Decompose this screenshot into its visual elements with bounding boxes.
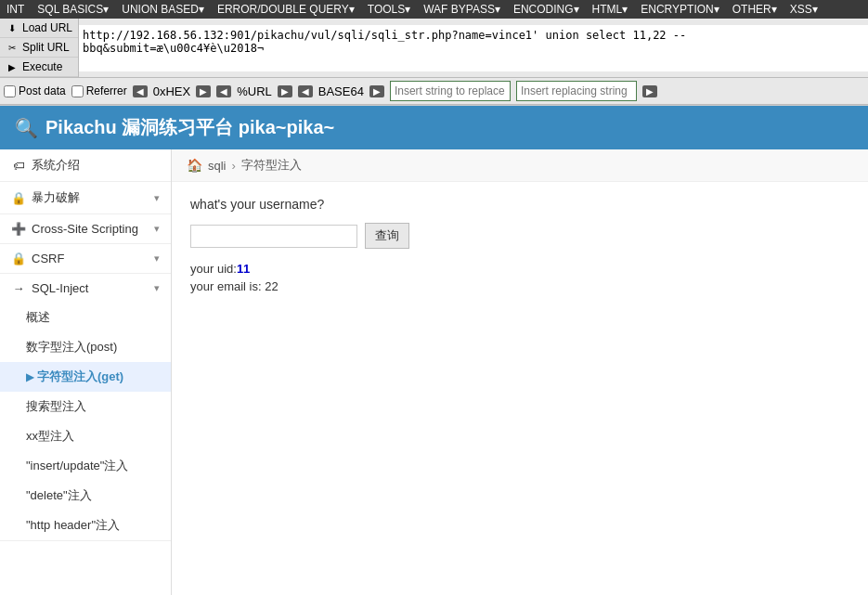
url-left-arrow[interactable]: ◀ [216,85,231,97]
sidebar-label-bruteforce: 暴力破解 [32,189,80,206]
sidebar-sub-insert-update[interactable]: "insert/update"注入 [0,451,171,481]
email-label: your email is: [190,279,265,293]
post-data-label: Post data [19,84,66,97]
main-content: 🏷 系统介绍 🔒 暴力破解 ▾ ➕ Cross-Site Scripting ▾… [0,149,868,595]
split-url-button[interactable]: ✂ Split URL [0,38,78,58]
intro-icon: 🏷 [11,159,26,173]
sidebar-item-bruteforce[interactable]: 🔒 暴力破解 ▾ [0,182,171,213]
hex-left-arrow[interactable]: ◀ [133,85,148,97]
replace-arrow[interactable]: ▶ [642,85,657,97]
nav-tools[interactable]: TOOLS▾ [365,2,413,17]
app-header: 🔍 Pikachu 漏洞练习平台 pika~pika~ [0,106,868,149]
xss-chevron: ▾ [154,223,160,235]
execute-label: Execute [22,60,62,73]
overview-label: 概述 [26,309,50,326]
sidebar-label-xss: Cross-Site Scripting [32,222,138,236]
insert-replacing-string[interactable] [516,81,637,101]
url-input-area: http://192.168.56.132:901/pikachu/vul/sq… [79,19,868,77]
breadcrumb: 🏠 sqli › 字符型注入 [172,149,868,182]
nav-xss[interactable]: XSS▾ [787,2,821,17]
sidebar-section-xss: ➕ Cross-Site Scripting ▾ [0,214,171,244]
left-buttons: ⬇ Load URL ✂ Split URL ▶ Execute [0,19,79,77]
nav-sql-basics[interactable]: SQL BASICS▾ [34,2,111,17]
execute-button[interactable]: ▶ Execute [0,58,78,77]
bruteforce-icon: 🔒 [11,191,26,205]
base64-left-arrow[interactable]: ◀ [298,85,313,97]
nav-union-based[interactable]: UNION BASED▾ [119,2,207,17]
hex-right-arrow[interactable]: ▶ [196,85,211,97]
nav-error-double[interactable]: ERROR/DOUBLE QUERY▾ [214,2,357,17]
active-arrow-icon: ▶ [26,371,33,383]
xx-inject-label: xx型注入 [26,428,74,445]
split-url-label: Split URL [22,41,70,54]
nav-int[interactable]: INT [4,2,27,17]
pikachu-search-icon: 🔍 [15,117,38,139]
load-url-label: Load URL [22,21,72,34]
post-data-option: Post data [4,84,66,97]
sidebar-item-intro[interactable]: 🏷 系统介绍 [0,149,171,181]
sqlinject-icon: → [11,281,26,295]
sidebar-sub-delete[interactable]: "delete"注入 [0,481,171,511]
form-row: 查询 [190,223,849,249]
sidebar-sub-overview[interactable]: 概述 [0,303,171,332]
bruteforce-chevron: ▾ [154,192,160,204]
sidebar-sub-string-get[interactable]: ▶ 字符型注入(get) [0,362,171,392]
url-label: %URL [237,84,272,98]
numeric-post-label: 数字型注入(post) [26,339,117,356]
uid-label: your uid: [190,262,237,276]
url-right-arrow[interactable]: ▶ [278,85,292,97]
delete-inject-label: "delete"注入 [26,487,92,504]
sidebar: 🏷 系统介绍 🔒 暴力破解 ▾ ➕ Cross-Site Scripting ▾… [0,149,172,595]
string-get-label: 字符型注入(get) [37,369,123,385]
referrer-option: Referrer [71,84,127,97]
sidebar-label-csrf: CSRF [32,252,64,265]
result-uid-line: your uid:11 [190,262,849,276]
nav-waf-bypass[interactable]: WAF BYPASS▾ [421,2,503,17]
sidebar-item-xss[interactable]: ➕ Cross-Site Scripting ▾ [0,214,171,243]
csrf-chevron: ▾ [154,252,160,265]
query-button[interactable]: 查询 [365,223,409,249]
home-icon: 🏠 [187,158,202,173]
breadcrumb-sep: › [232,159,236,173]
sidebar-label-sqlinject: SQL-Inject [32,281,88,295]
result-email-line: your email is: 22 [190,279,849,293]
sidebar-sub-http-header[interactable]: "http header"注入 [0,511,171,540]
uid-value: 11 [237,262,250,276]
nav-encryption[interactable]: ENCRYPTION▾ [638,2,721,17]
page-question: what's your username? [190,197,849,212]
execute-icon: ▶ [6,60,19,73]
csrf-icon: 🔒 [11,252,26,265]
sidebar-label-intro: 系统介绍 [32,157,80,174]
sidebar-section-sqlinject: → SQL-Inject ▾ 概述 数字型注入(post) ▶ 字符型注入(ge… [0,274,171,541]
url-row: ⬇ Load URL ✂ Split URL ▶ Execute http://… [0,19,868,78]
sidebar-section-intro: 🏷 系统介绍 [0,149,171,182]
sidebar-item-csrf[interactable]: 🔒 CSRF ▾ [0,244,171,273]
sidebar-item-sqlinject-header[interactable]: → SQL-Inject ▾ [0,274,171,303]
nav-encoding[interactable]: ENCODING▾ [511,2,582,17]
http-header-label: "http header"注入 [26,517,120,534]
nav-other[interactable]: OTHER▾ [730,2,780,17]
content-area: 🏠 sqli › 字符型注入 what's your username? 查询 … [172,149,868,595]
nav-html[interactable]: HTML▾ [589,2,631,17]
base64-right-arrow[interactable]: ▶ [369,85,384,97]
insert-string-to-replace[interactable] [390,81,511,101]
load-url-button[interactable]: ⬇ Load URL [0,19,78,38]
hex-label: 0xHEX [153,84,190,98]
insert-update-label: "insert/update"注入 [26,458,128,474]
sidebar-sub-numeric-post[interactable]: 数字型注入(post) [0,332,171,362]
sidebar-sub-search[interactable]: 搜索型注入 [0,392,171,421]
nav-bar: INT SQL BASICS▾ UNION BASED▾ ERROR/DOUBL… [0,0,868,19]
referrer-label: Referrer [86,84,127,97]
breadcrumb-sqli[interactable]: sqli [208,159,227,173]
split-url-icon: ✂ [6,41,19,54]
sidebar-sub-xx[interactable]: xx型注入 [0,421,171,451]
options-bar: Post data Referrer ◀ 0xHEX ▶ ◀ %URL ▶ ◀ … [0,78,868,105]
post-data-checkbox[interactable] [4,85,16,97]
username-input[interactable] [190,225,357,248]
url-input[interactable]: http://192.168.56.132:901/pikachu/vul/sq… [79,25,868,71]
xss-icon: ➕ [11,222,26,236]
base64-label: BASE64 [318,84,364,98]
referrer-checkbox[interactable] [71,85,84,97]
app-title: Pikachu 漏洞练习平台 pika~pika~ [45,115,334,140]
load-url-icon: ⬇ [6,21,19,34]
